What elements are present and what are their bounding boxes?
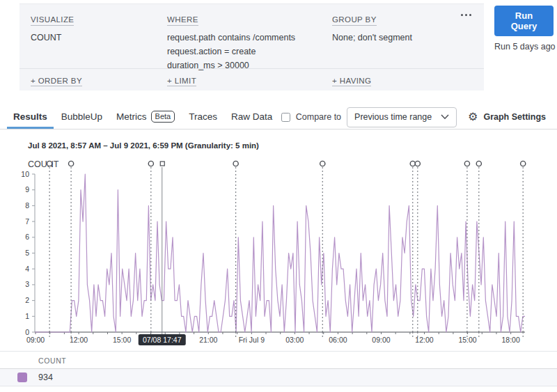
trace-marker-circle-icon[interactable]	[148, 161, 153, 166]
query-results-page: VISUALIZE COUNT WHERE request.path conta…	[0, 0, 557, 392]
chart-toolbar: Compare to Previous time range ⚙ Graph S…	[281, 104, 546, 130]
y-tick-label: 7	[25, 217, 29, 226]
x-tick-label: 12:00	[70, 336, 88, 344]
y-tick-label: 2	[25, 296, 29, 304]
chart-time-range-title: Jul 8 2021, 8:57 AM – Jul 9 2021, 6:59 P…	[28, 141, 259, 150]
y-tick-label: 3	[25, 280, 29, 288]
beta-badge: Beta	[151, 111, 175, 123]
tabs-row: Results BubbleUp MetricsBeta Traces Raw …	[0, 104, 557, 130]
where-clause[interactable]: request.path contains /comments	[167, 31, 332, 45]
x-tick-label: 09:00	[26, 336, 45, 344]
trace-marker-circle-icon[interactable]	[410, 161, 415, 166]
compare-to-label: Compare to	[296, 112, 341, 122]
tab-results[interactable]: Results	[7, 104, 54, 129]
trace-marker-circle-icon[interactable]	[68, 161, 73, 166]
tab-raw-data[interactable]: Raw Data	[225, 104, 278, 129]
query-builder-panel: VISUALIZE COUNT WHERE request.path conta…	[19, 3, 484, 91]
tab-metrics[interactable]: MetricsBeta	[110, 104, 181, 129]
y-tick-label: 10	[21, 170, 29, 178]
tab-traces[interactable]: Traces	[182, 104, 223, 129]
last-run-text: Run 5 days ago	[494, 42, 556, 52]
x-tick-label: 18:00	[502, 336, 520, 344]
y-tick-label: 9	[25, 185, 29, 194]
run-query-area: Run Query Run 5 days ago	[494, 6, 556, 52]
y-tick-label: 8	[25, 201, 29, 210]
time-range-select[interactable]: Previous time range	[347, 107, 457, 127]
x-tick-label: Fri Jul 9	[239, 336, 265, 344]
crosshair-flag-icon	[160, 162, 164, 166]
x-tick-label: 21:00	[199, 336, 217, 344]
count-series-line	[35, 174, 525, 332]
trace-marker-circle-icon[interactable]	[476, 161, 481, 166]
time-range-select-value: Previous time range	[354, 112, 432, 122]
trace-marker-circle-icon[interactable]	[47, 161, 52, 166]
x-tick-label: 06:00	[329, 336, 347, 344]
query-builder-main: VISUALIZE COUNT WHERE request.path conta…	[19, 4, 484, 68]
run-query-button[interactable]: Run Query	[494, 6, 554, 36]
group-by-label: GROUP BY	[332, 15, 377, 26]
x-tick-label: 09:00	[372, 336, 390, 344]
y-tick-label: 5	[25, 249, 29, 257]
trace-marker-circle-icon[interactable]	[320, 161, 325, 166]
where-label: WHERE	[167, 15, 198, 26]
series-color-swatch	[17, 373, 27, 382]
y-tick-label: 0	[25, 328, 29, 336]
x-tick-label: 03:00	[285, 336, 304, 344]
summary-table-header: COUNT	[0, 352, 557, 369]
summary-table: COUNT 934	[0, 351, 557, 386]
group-by-value[interactable]: None; don't segment	[332, 31, 473, 45]
gear-icon[interactable]: ⚙	[468, 111, 478, 123]
ellipsis-menu-icon[interactable]	[458, 11, 474, 19]
trace-marker-circle-icon[interactable]	[415, 161, 420, 166]
trace-marker-circle-icon[interactable]	[464, 161, 469, 166]
graph-settings-button[interactable]: Graph Settings	[483, 112, 546, 122]
group-by-section[interactable]: GROUP BY None; don't segment	[332, 13, 473, 72]
x-tick-label: 15:00	[458, 336, 476, 344]
y-tick-label: 6	[25, 233, 29, 241]
where-clause[interactable]: request.action = create	[167, 45, 332, 58]
chevron-down-icon	[441, 114, 449, 120]
tab-bubbleup[interactable]: BubbleUp	[55, 104, 109, 129]
visualize-label: VISUALIZE	[31, 15, 74, 26]
x-tick-label: 15:00	[113, 336, 131, 344]
results-line-chart[interactable]: 01234567891009:0012:0015:0021:00Fri Jul …	[0, 159, 557, 354]
visualize-value[interactable]: COUNT	[31, 31, 167, 45]
where-clause[interactable]: duration_ms > 30000	[167, 58, 332, 72]
where-section[interactable]: WHERE request.path contains /comments re…	[167, 13, 332, 72]
visualize-section[interactable]: VISUALIZE COUNT	[31, 13, 167, 72]
compare-to-checkbox[interactable]	[281, 113, 290, 122]
summary-count-value: 934	[38, 373, 53, 382]
y-tick-label: 4	[25, 265, 29, 273]
add-limit-link[interactable]: + LIMIT	[167, 77, 196, 86]
trace-marker-circle-icon[interactable]	[521, 161, 526, 166]
add-order-by-link[interactable]: + ORDER BY	[31, 77, 82, 86]
trace-marker-circle-icon[interactable]	[233, 161, 238, 166]
table-row[interactable]: 934	[0, 369, 557, 386]
crosshair-tooltip-label: 07/08 17:47	[143, 336, 182, 344]
y-tick-label: 1	[25, 312, 29, 320]
add-having-link[interactable]: + HAVING	[332, 77, 371, 86]
